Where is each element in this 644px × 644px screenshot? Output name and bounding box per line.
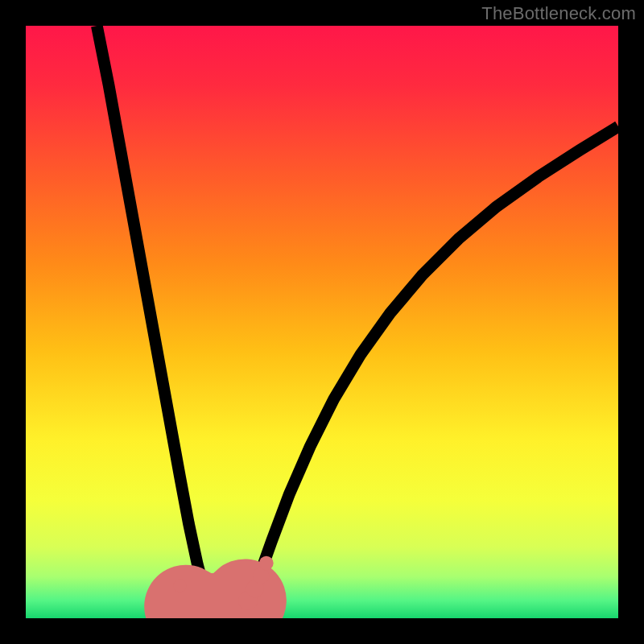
dot-right-4 xyxy=(259,556,274,571)
watermark-text: TheBottleneck.com xyxy=(481,3,636,24)
chart-svg xyxy=(26,26,618,618)
plot-area xyxy=(26,26,618,618)
plateau-band xyxy=(186,601,246,615)
dot-left xyxy=(173,579,186,592)
chart-frame: TheBottleneck.com xyxy=(0,0,644,644)
